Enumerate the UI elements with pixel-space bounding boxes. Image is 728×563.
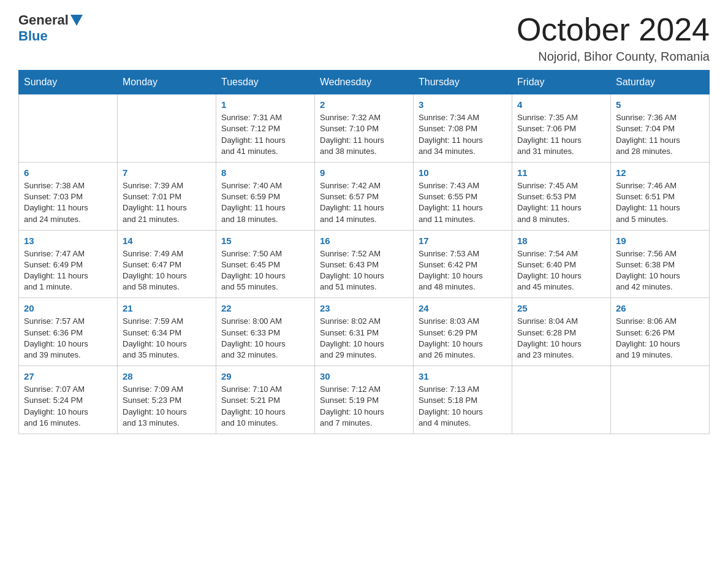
calendar-cell: 5Sunrise: 7:36 AMSunset: 7:04 PMDaylight…: [611, 94, 710, 163]
day-info: Sunrise: 7:39 AMSunset: 7:01 PMDaylight:…: [123, 180, 211, 225]
day-number: 12: [616, 167, 704, 178]
weekday-header-thursday: Thursday: [414, 71, 512, 94]
calendar-cell: 2Sunrise: 7:32 AMSunset: 7:10 PMDaylight…: [315, 94, 414, 163]
calendar-cell: 23Sunrise: 8:02 AMSunset: 6:31 PMDayligh…: [315, 298, 414, 366]
calendar-cell: 18Sunrise: 7:54 AMSunset: 6:40 PMDayligh…: [512, 230, 611, 298]
day-number: 17: [419, 236, 507, 246]
logo: General Blue: [18, 12, 83, 44]
calendar-cell: 15Sunrise: 7:50 AMSunset: 6:45 PMDayligh…: [216, 230, 315, 298]
calendar-cell: [512, 366, 611, 434]
weekday-header-monday: Monday: [118, 71, 216, 94]
day-number: 31: [419, 371, 507, 381]
day-info: Sunrise: 7:53 AMSunset: 6:42 PMDaylight:…: [419, 248, 507, 293]
calendar-table: SundayMondayTuesdayWednesdayThursdayFrid…: [18, 70, 710, 434]
calendar-cell: 30Sunrise: 7:12 AMSunset: 5:19 PMDayligh…: [315, 366, 414, 434]
day-info: Sunrise: 8:00 AMSunset: 6:33 PMDaylight:…: [221, 316, 309, 361]
weekday-header-wednesday: Wednesday: [315, 71, 414, 94]
weekday-header-sunday: Sunday: [19, 71, 118, 94]
weekday-header-row: SundayMondayTuesdayWednesdayThursdayFrid…: [19, 71, 710, 94]
day-number: 19: [616, 236, 704, 246]
day-number: 8: [221, 167, 309, 178]
day-info: Sunrise: 7:50 AMSunset: 6:45 PMDaylight:…: [221, 248, 309, 293]
day-number: 2: [320, 99, 408, 110]
calendar-cell: 26Sunrise: 8:06 AMSunset: 6:26 PMDayligh…: [611, 298, 710, 366]
day-info: Sunrise: 8:04 AMSunset: 6:28 PMDaylight:…: [517, 316, 605, 361]
day-number: 18: [517, 236, 605, 246]
calendar-cell: 12Sunrise: 7:46 AMSunset: 6:51 PMDayligh…: [611, 162, 710, 230]
day-info: Sunrise: 7:42 AMSunset: 6:57 PMDaylight:…: [320, 180, 408, 225]
day-info: Sunrise: 7:36 AMSunset: 7:04 PMDaylight:…: [616, 112, 704, 157]
day-info: Sunrise: 7:10 AMSunset: 5:21 PMDaylight:…: [221, 384, 309, 429]
day-info: Sunrise: 7:34 AMSunset: 7:08 PMDaylight:…: [419, 112, 507, 157]
calendar-cell: 1Sunrise: 7:31 AMSunset: 7:12 PMDaylight…: [216, 94, 315, 163]
day-info: Sunrise: 7:46 AMSunset: 6:51 PMDaylight:…: [616, 180, 704, 225]
day-info: Sunrise: 8:03 AMSunset: 6:29 PMDaylight:…: [419, 316, 507, 361]
day-info: Sunrise: 7:38 AMSunset: 7:03 PMDaylight:…: [24, 180, 112, 225]
calendar-cell: [611, 366, 710, 434]
day-info: Sunrise: 7:59 AMSunset: 6:34 PMDaylight:…: [123, 316, 211, 361]
calendar-cell: 9Sunrise: 7:42 AMSunset: 6:57 PMDaylight…: [315, 162, 414, 230]
day-number: 11: [517, 167, 605, 178]
calendar-cell: 17Sunrise: 7:53 AMSunset: 6:42 PMDayligh…: [414, 230, 512, 298]
calendar-cell: 20Sunrise: 7:57 AMSunset: 6:36 PMDayligh…: [19, 298, 118, 366]
day-number: 26: [616, 303, 704, 313]
day-info: Sunrise: 7:54 AMSunset: 6:40 PMDaylight:…: [517, 248, 605, 293]
day-info: Sunrise: 7:57 AMSunset: 6:36 PMDaylight:…: [24, 316, 112, 361]
week-row-2: 6Sunrise: 7:38 AMSunset: 7:03 PMDaylight…: [19, 162, 710, 230]
day-number: 24: [419, 303, 507, 313]
day-number: 20: [24, 303, 112, 313]
week-row-4: 20Sunrise: 7:57 AMSunset: 6:36 PMDayligh…: [19, 298, 710, 366]
day-number: 7: [123, 167, 211, 178]
day-info: Sunrise: 7:09 AMSunset: 5:23 PMDaylight:…: [123, 384, 211, 429]
calendar-cell: 7Sunrise: 7:39 AMSunset: 7:01 PMDaylight…: [118, 162, 216, 230]
day-info: Sunrise: 7:56 AMSunset: 6:38 PMDaylight:…: [616, 248, 704, 293]
title-section: October 2024 Nojorid, Bihor County, Roma…: [517, 12, 710, 64]
day-number: 28: [123, 371, 211, 381]
day-number: 22: [221, 303, 309, 313]
day-number: 3: [419, 99, 507, 110]
calendar-cell: [118, 94, 216, 163]
calendar-cell: 29Sunrise: 7:10 AMSunset: 5:21 PMDayligh…: [216, 366, 315, 434]
day-number: 15: [221, 236, 309, 246]
weekday-header-saturday: Saturday: [611, 71, 710, 94]
day-info: Sunrise: 7:45 AMSunset: 6:53 PMDaylight:…: [517, 180, 605, 225]
calendar-cell: 22Sunrise: 8:00 AMSunset: 6:33 PMDayligh…: [216, 298, 315, 366]
calendar-cell: 27Sunrise: 7:07 AMSunset: 5:24 PMDayligh…: [19, 366, 118, 434]
month-title: October 2024: [517, 12, 710, 47]
day-number: 1: [221, 99, 309, 110]
calendar-cell: 4Sunrise: 7:35 AMSunset: 7:06 PMDaylight…: [512, 94, 611, 163]
svg-marker-0: [70, 15, 83, 26]
day-number: 5: [616, 99, 704, 110]
day-info: Sunrise: 7:43 AMSunset: 6:55 PMDaylight:…: [419, 180, 507, 225]
day-number: 27: [24, 371, 112, 381]
day-number: 6: [24, 167, 112, 178]
calendar-cell: 21Sunrise: 7:59 AMSunset: 6:34 PMDayligh…: [118, 298, 216, 366]
calendar-cell: 14Sunrise: 7:49 AMSunset: 6:47 PMDayligh…: [118, 230, 216, 298]
day-info: Sunrise: 7:13 AMSunset: 5:18 PMDaylight:…: [419, 384, 507, 429]
calendar-cell: 31Sunrise: 7:13 AMSunset: 5:18 PMDayligh…: [414, 366, 512, 434]
day-info: Sunrise: 7:31 AMSunset: 7:12 PMDaylight:…: [221, 112, 309, 157]
day-number: 10: [419, 167, 507, 178]
week-row-5: 27Sunrise: 7:07 AMSunset: 5:24 PMDayligh…: [19, 366, 710, 434]
day-number: 13: [24, 236, 112, 246]
day-info: Sunrise: 7:40 AMSunset: 6:59 PMDaylight:…: [221, 180, 309, 225]
day-info: Sunrise: 7:47 AMSunset: 6:49 PMDaylight:…: [24, 248, 112, 293]
day-info: Sunrise: 8:06 AMSunset: 6:26 PMDaylight:…: [616, 316, 704, 361]
calendar-cell: 25Sunrise: 8:04 AMSunset: 6:28 PMDayligh…: [512, 298, 611, 366]
calendar-cell: 6Sunrise: 7:38 AMSunset: 7:03 PMDaylight…: [19, 162, 118, 230]
calendar-cell: [19, 94, 118, 163]
day-number: 21: [123, 303, 211, 313]
day-info: Sunrise: 7:52 AMSunset: 6:43 PMDaylight:…: [320, 248, 408, 293]
calendar-cell: 3Sunrise: 7:34 AMSunset: 7:08 PMDaylight…: [414, 94, 512, 163]
calendar-cell: 8Sunrise: 7:40 AMSunset: 6:59 PMDaylight…: [216, 162, 315, 230]
day-info: Sunrise: 8:02 AMSunset: 6:31 PMDaylight:…: [320, 316, 408, 361]
day-info: Sunrise: 7:35 AMSunset: 7:06 PMDaylight:…: [517, 112, 605, 157]
day-info: Sunrise: 7:07 AMSunset: 5:24 PMDaylight:…: [24, 384, 112, 429]
weekday-header-tuesday: Tuesday: [216, 71, 315, 94]
day-number: 23: [320, 303, 408, 313]
calendar-cell: 10Sunrise: 7:43 AMSunset: 6:55 PMDayligh…: [414, 162, 512, 230]
calendar-cell: 24Sunrise: 8:03 AMSunset: 6:29 PMDayligh…: [414, 298, 512, 366]
day-info: Sunrise: 7:49 AMSunset: 6:47 PMDaylight:…: [123, 248, 211, 293]
location-title: Nojorid, Bihor County, Romania: [517, 50, 710, 64]
day-number: 16: [320, 236, 408, 246]
